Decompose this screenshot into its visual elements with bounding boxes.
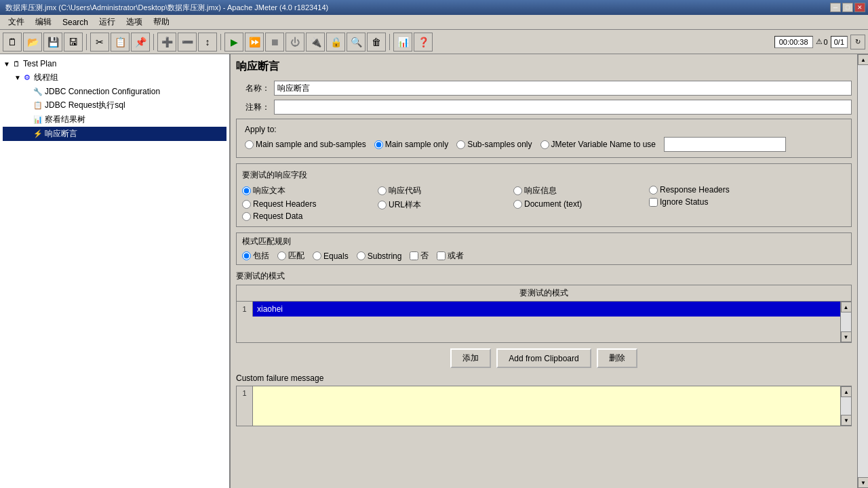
menu-search[interactable]: Search xyxy=(57,16,94,28)
add-from-clipboard-button[interactable]: Add from Clipboard xyxy=(496,348,591,368)
opt-response-text[interactable]: 响应文本 xyxy=(242,185,378,197)
toolbar: 🗒 📂 💾 🖫 ✂ 📋 📌 ➕ ➖ ↕ ▶ ⏩ ⏹ ⏻ 🔌 🔒 🔍 🗑 📊 ❓ … xyxy=(0,30,868,54)
start-button[interactable]: ▶ xyxy=(224,33,243,52)
opt-or[interactable]: 或者 xyxy=(437,250,464,262)
opt-request-headers[interactable]: Request Headers xyxy=(242,199,378,209)
menu-file[interactable]: 文件 xyxy=(3,15,30,29)
opt-matches[interactable]: 匹配 xyxy=(277,250,304,262)
pattern-table: 要测试的模式 1 xiaohei ▲ ▼ xyxy=(236,285,852,343)
tree-label-test-plan: Test Plan xyxy=(23,59,56,68)
jmeter-var-input[interactable] xyxy=(664,137,786,152)
main-scrollbar: ▲ ▼ xyxy=(857,54,868,488)
apply-sub-only[interactable]: Sub-samples only xyxy=(456,140,532,149)
pattern-button-row: 添加 Add from Clipboard 删除 xyxy=(236,348,852,368)
equals-label: Equals xyxy=(323,251,349,261)
apply-sub-only-label: Sub-samples only xyxy=(467,140,532,149)
remote-stop-button[interactable]: 🔒 xyxy=(326,33,345,52)
custom-failure-scrollbar: ▲ ▼ xyxy=(840,386,851,426)
tree-item-result-tree[interactable]: 📊 察看结果树 xyxy=(3,113,226,127)
name-input[interactable] xyxy=(274,81,852,96)
menu-run[interactable]: 运行 xyxy=(94,15,121,29)
jdbc-request-icon: 📋 xyxy=(33,100,43,111)
opt-document-text[interactable]: Document (text) xyxy=(513,199,649,209)
close-button[interactable]: ✕ xyxy=(854,3,865,12)
stop-button[interactable]: ⏹ xyxy=(265,33,284,52)
separator-4 xyxy=(389,34,390,50)
scroll-down-btn[interactable]: ▼ xyxy=(841,331,852,342)
start-no-pause-button[interactable]: ⏩ xyxy=(245,33,264,52)
cf-scroll-down[interactable]: ▼ xyxy=(841,415,852,426)
delete-pattern-button[interactable]: 删除 xyxy=(597,348,637,368)
copy-button[interactable]: 📋 xyxy=(111,33,130,52)
main-scroll-down[interactable]: ▼ xyxy=(858,477,868,488)
tree-item-test-plan[interactable]: ▼ 🗒 Test Plan xyxy=(3,57,226,70)
tree-panel: ▼ 🗒 Test Plan ▼ ⚙ 线程组 🔧 JDBC Connection … xyxy=(0,54,231,488)
document-text-label: Document (text) xyxy=(524,199,582,209)
maximize-button[interactable]: □ xyxy=(842,3,853,12)
open-button[interactable]: 📂 xyxy=(23,33,42,52)
add-button[interactable]: ➕ xyxy=(157,33,176,52)
opt-response-code[interactable]: 响应代码 xyxy=(378,185,513,197)
test-field-title: 要测试的响应字段 xyxy=(242,169,846,181)
main-scroll-up[interactable]: ▲ xyxy=(858,54,868,65)
minimize-button[interactable]: ─ xyxy=(830,3,841,12)
not-label: 否 xyxy=(420,250,429,262)
tree-item-jdbc-request[interactable]: 📋 JDBC Request执行sql xyxy=(3,98,226,113)
paste-button[interactable]: 📌 xyxy=(131,33,150,52)
custom-failure-content-1[interactable] xyxy=(253,386,840,426)
cf-scroll-up[interactable]: ▲ xyxy=(841,386,852,397)
opt-substring[interactable]: Substring xyxy=(357,251,402,261)
help-button[interactable]: ❓ xyxy=(414,33,433,52)
menu-edit[interactable]: 编辑 xyxy=(30,15,57,29)
shutdown-button[interactable]: ⏻ xyxy=(285,33,304,52)
tree-item-thread-group[interactable]: ▼ ⚙ 线程组 xyxy=(3,70,226,85)
response-text-label: 响应文本 xyxy=(253,185,285,197)
opt-contains[interactable]: 包括 xyxy=(242,250,269,262)
apply-main-only[interactable]: Main sample only xyxy=(374,140,448,149)
comment-input[interactable] xyxy=(274,100,852,115)
name-row: 名称： xyxy=(236,81,852,96)
tree-label-result-tree: 察看结果树 xyxy=(45,114,85,125)
opt-not[interactable]: 否 xyxy=(410,250,429,262)
jdbc-connection-icon: 🔧 xyxy=(33,86,43,97)
tree-item-assertion[interactable]: ⚡ 响应断言 xyxy=(3,127,226,141)
menu-help[interactable]: 帮助 xyxy=(148,15,175,29)
expand-button[interactable]: ↕ xyxy=(198,33,217,52)
pattern-row-content-1[interactable]: xiaohei xyxy=(253,302,840,317)
remove-button[interactable]: ➖ xyxy=(178,33,197,52)
clear-button[interactable]: 🗑 xyxy=(367,33,386,52)
panel-content: 响应断言 名称： 注释： Apply to: xyxy=(231,54,857,432)
sample-count: 0/1 xyxy=(831,36,848,48)
cut-button[interactable]: ✂ xyxy=(90,33,109,52)
apply-to-section: Apply to: Main sample and sub-samples Ma… xyxy=(236,119,852,158)
tree-label-thread-group: 线程组 xyxy=(34,72,58,83)
remote-shutdown-button[interactable]: 🔍 xyxy=(347,33,366,52)
custom-failure-content-area: 1 xyxy=(237,386,840,426)
remote-start-button[interactable]: 🔌 xyxy=(306,33,325,52)
apply-main-sub[interactable]: Main sample and sub-samples xyxy=(245,140,366,149)
scroll-up-btn[interactable]: ▲ xyxy=(841,302,852,312)
tree-item-jdbc-connection[interactable]: 🔧 JDBC Connection Configuration xyxy=(3,85,226,98)
pattern-table-body: 1 xiaohei ▲ ▼ xyxy=(237,302,851,342)
opt-equals[interactable]: Equals xyxy=(313,251,349,261)
add-pattern-button[interactable]: 添加 xyxy=(450,348,491,368)
new-button[interactable]: 🗒 xyxy=(3,33,22,52)
custom-failure-num-1: 1 xyxy=(237,386,253,426)
opt-ignore-status[interactable]: Ignore Status xyxy=(649,197,785,207)
pattern-row-1: 1 xiaohei xyxy=(237,302,840,317)
main-layout: ▼ 🗒 Test Plan ▼ ⚙ 线程组 🔧 JDBC Connection … xyxy=(0,54,868,488)
test-plan-icon: 🗒 xyxy=(11,58,22,69)
pattern-rows: 1 xiaohei xyxy=(237,302,840,342)
opt-request-data[interactable]: Request Data xyxy=(242,211,378,221)
opt-response-headers[interactable]: Response Headers xyxy=(649,185,785,195)
right-area: 响应断言 名称： 注释： Apply to: xyxy=(231,54,868,488)
save-as-button[interactable]: 🖫 xyxy=(64,33,83,52)
save-button[interactable]: 💾 xyxy=(43,33,62,52)
menu-options[interactable]: 选项 xyxy=(121,15,148,29)
separator-1 xyxy=(86,34,87,50)
function-helper-button[interactable]: 📊 xyxy=(393,33,412,52)
custom-failure-label: Custom failure message xyxy=(236,373,852,383)
apply-jmeter-var[interactable]: JMeter Variable Name to use xyxy=(540,140,656,149)
opt-url-sample[interactable]: URL样本 xyxy=(378,199,513,211)
opt-response-info[interactable]: 响应信息 xyxy=(513,185,649,197)
